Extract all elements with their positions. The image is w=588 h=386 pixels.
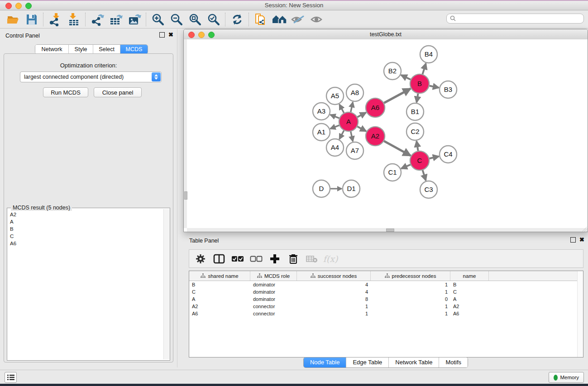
table-cell[interactable]: dominator (250, 296, 297, 302)
node-A[interactable]: A (339, 112, 358, 131)
edge-B-B3[interactable] (430, 86, 439, 87)
table-cell[interactable]: 1 (371, 282, 450, 287)
column-header-MCDS-role[interactable]: MCDS role (250, 271, 297, 281)
edge-B-B4[interactable] (422, 63, 425, 74)
resize-grip-icon[interactable] (581, 225, 587, 231)
network-minimize-button[interactable] (198, 32, 205, 38)
edge-A-A1[interactable] (330, 125, 339, 129)
network-zoom-button[interactable] (208, 32, 215, 38)
zoom-fit-button[interactable] (186, 12, 204, 27)
network-vertical-scrollbar[interactable] (184, 39, 187, 228)
mcds-result-item[interactable]: A2 (7, 211, 163, 218)
table-cell[interactable]: 4 (297, 289, 371, 295)
table-cell[interactable]: 4 (297, 282, 371, 287)
close-panel-icon[interactable]: ✖ (168, 32, 173, 38)
table-row[interactable]: Bdominator41B (189, 281, 583, 288)
table-row[interactable]: A6connector11A6 (189, 310, 583, 317)
minimize-window-button[interactable] (15, 3, 22, 9)
node-D[interactable]: D (313, 180, 330, 197)
node-B1[interactable]: B1 (406, 103, 424, 120)
table-row[interactable]: Adominator80A (189, 295, 583, 303)
node-B2[interactable]: B2 (384, 62, 401, 80)
node-B[interactable]: B (410, 74, 429, 93)
table-cell[interactable]: C (450, 289, 489, 295)
edge-A-A7[interactable] (351, 131, 353, 141)
node-C3[interactable]: C3 (420, 181, 437, 198)
table-cell[interactable]: A (450, 296, 489, 302)
node-A3[interactable]: A3 (313, 103, 330, 120)
float-panel-icon[interactable] (159, 32, 165, 38)
float-table-panel-icon[interactable] (570, 237, 576, 243)
edge-C-C1[interactable] (401, 165, 411, 169)
select-all-columns-button[interactable] (232, 253, 244, 265)
close-table-panel-icon[interactable]: ✖ (579, 237, 584, 243)
column-header-shared-name[interactable]: shared name (189, 271, 250, 281)
table-cell[interactable]: A6 (189, 311, 250, 316)
column-header-successor-nodes[interactable]: successor nodes (297, 271, 371, 281)
hide-selected-button[interactable] (288, 12, 307, 27)
show-all-button[interactable] (307, 12, 325, 27)
table-cell[interactable]: 1 (297, 304, 371, 309)
edge-C-C4[interactable] (429, 157, 439, 159)
first-neighbors-button[interactable] (270, 12, 288, 27)
node-C4[interactable]: C4 (440, 146, 457, 163)
node-C1[interactable]: C1 (384, 164, 401, 181)
close-window-button[interactable] (5, 3, 12, 9)
zoom-selected-button[interactable] (204, 12, 223, 27)
table-cell[interactable]: 1 (371, 289, 450, 295)
node-B4[interactable]: B4 (420, 46, 437, 63)
node-A2[interactable]: A2 (366, 127, 385, 146)
control-tab-style[interactable]: Style (69, 45, 93, 54)
criterion-dropdown[interactable]: largest connected component (directed) (20, 71, 162, 82)
add-column-button[interactable] (269, 253, 281, 265)
zoom-window-button[interactable] (25, 3, 32, 9)
table-cell[interactable]: 1 (371, 311, 450, 316)
export-network-button[interactable] (88, 12, 106, 27)
table-cell[interactable]: A6 (450, 311, 489, 316)
node-A7[interactable]: A7 (346, 142, 363, 159)
control-tab-network[interactable]: Network (35, 45, 69, 54)
duplicate-network-button[interactable] (251, 12, 270, 27)
table-cell[interactable]: C (189, 289, 250, 295)
edge-A-A5[interactable] (339, 105, 344, 113)
node-A1[interactable]: A1 (313, 124, 330, 141)
node-table[interactable]: shared nameMCDS rolesuccessor nodesprede… (189, 271, 583, 357)
column-header-name[interactable]: name (450, 271, 489, 281)
node-A8[interactable]: A8 (346, 84, 363, 101)
edge-A-A6[interactable] (357, 113, 366, 117)
edge-C-C2[interactable] (416, 141, 418, 151)
node-A5[interactable]: A5 (326, 87, 344, 105)
node-D1[interactable]: D1 (343, 180, 360, 197)
network-horizontal-scrollbar[interactable] (187, 228, 588, 232)
refresh-button[interactable] (228, 12, 246, 27)
table-row[interactable]: A2connector11A2 (189, 303, 583, 310)
run-mcds-button[interactable]: Run MCDS (43, 87, 88, 97)
table-cell[interactable]: 8 (297, 296, 371, 302)
node-B3[interactable]: B3 (440, 81, 457, 98)
table-cell[interactable]: A2 (450, 304, 489, 309)
import-network-button[interactable] (46, 12, 64, 27)
edge-A-A2[interactable] (357, 126, 366, 131)
edge-A2-C[interactable] (384, 141, 411, 156)
edge-A-A8[interactable] (351, 102, 353, 112)
mcds-result-item[interactable]: B (7, 225, 163, 233)
open-session-button[interactable] (4, 12, 22, 27)
table-cell[interactable]: connector (250, 304, 297, 309)
edge-A-A3[interactable] (330, 115, 339, 119)
unselect-all-columns-button[interactable] (250, 253, 262, 265)
table-cell[interactable]: dominator (250, 289, 297, 295)
table-cell[interactable]: connector (250, 311, 297, 316)
import-table-button[interactable] (64, 12, 83, 27)
tab-edge-table[interactable]: Edge Table (346, 357, 389, 367)
tab-node-table[interactable]: Node Table (304, 357, 347, 367)
table-cell[interactable]: dominator (250, 282, 297, 287)
export-table-button[interactable] (106, 12, 125, 27)
control-tab-mcds[interactable]: MCDS (120, 45, 148, 54)
delete-column-button[interactable] (287, 253, 299, 265)
show-column-button[interactable] (213, 253, 225, 265)
table-cell[interactable]: 1 (297, 311, 371, 316)
network-close-button[interactable] (188, 32, 195, 38)
edge-A-A4[interactable] (339, 130, 344, 139)
mcds-result-item[interactable]: C (7, 233, 163, 240)
node-A4[interactable]: A4 (326, 139, 344, 156)
